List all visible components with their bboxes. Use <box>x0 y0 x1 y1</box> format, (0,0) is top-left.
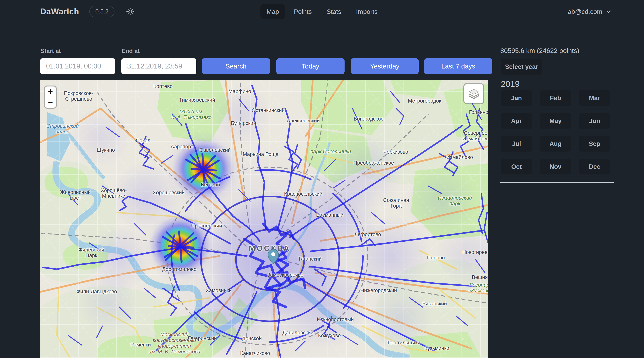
main-nav: Map Points Stats Imports <box>260 0 384 23</box>
layers-icon <box>468 88 480 100</box>
sidebar-divider <box>500 182 614 182</box>
month-button-jan[interactable]: Jan <box>501 90 532 106</box>
app-logo: DaWarIch <box>40 7 79 16</box>
tab-points[interactable]: Points <box>288 4 318 19</box>
tab-map[interactable]: Map <box>260 4 285 19</box>
account-menu[interactable]: ab@cd.com <box>568 0 612 23</box>
user-email: ab@cd.com <box>568 8 602 15</box>
year-heading: 2019 <box>501 79 520 89</box>
sun-icon <box>126 7 134 16</box>
theme-toggle-button[interactable] <box>125 6 136 17</box>
month-button-mar[interactable]: Mar <box>579 90 610 106</box>
end-at-input[interactable] <box>121 58 196 74</box>
month-button-dec[interactable]: Dec <box>579 159 610 175</box>
tab-imports[interactable]: Imports <box>350 4 384 19</box>
distance-summary: 80595.6 km (24622 points) <box>500 47 579 54</box>
tab-stats[interactable]: Stats <box>320 4 347 19</box>
last-7-days-button[interactable]: Last 7 days <box>424 58 492 74</box>
search-button[interactable]: Search <box>202 58 270 74</box>
today-button[interactable]: Today <box>276 58 344 74</box>
brand: DaWarIch 0.5.2 <box>40 0 136 23</box>
map-marker-pin[interactable] <box>267 249 279 265</box>
yesterday-button[interactable]: Yesterday <box>351 58 419 74</box>
zoom-out-button[interactable]: − <box>45 97 56 108</box>
month-button-may[interactable]: May <box>540 113 571 129</box>
month-button-sep[interactable]: Sep <box>579 136 610 152</box>
version-badge: 0.5.2 <box>89 6 114 17</box>
select-year-button[interactable]: Select year <box>501 59 542 75</box>
zoom-in-button[interactable]: + <box>45 86 56 97</box>
start-at-input[interactable] <box>40 58 115 74</box>
map-canvas[interactable]: Коптево Покровское- Стрешнево Тимирязевс… <box>40 80 488 358</box>
month-button-oct[interactable]: Oct <box>501 159 532 175</box>
end-at-label: End at <box>122 48 140 54</box>
months-grid: Jan Feb Mar Apr May Jun Jul Aug Sep Oct … <box>501 90 610 175</box>
month-button-apr[interactable]: Apr <box>501 113 532 129</box>
layers-control[interactable] <box>464 84 483 103</box>
start-at-label: Start at <box>40 48 61 54</box>
month-button-feb[interactable]: Feb <box>540 90 571 106</box>
chevron-down-icon <box>605 8 612 15</box>
month-button-jun[interactable]: Jun <box>579 113 610 129</box>
month-button-nov[interactable]: Nov <box>540 159 571 175</box>
navbar: DaWarIch 0.5.2 Map Points Stats Imports … <box>0 0 644 23</box>
zoom-control: + − <box>45 86 56 108</box>
gps-tracks <box>40 80 488 358</box>
month-button-jul[interactable]: Jul <box>501 136 532 152</box>
month-button-aug[interactable]: Aug <box>540 136 571 152</box>
